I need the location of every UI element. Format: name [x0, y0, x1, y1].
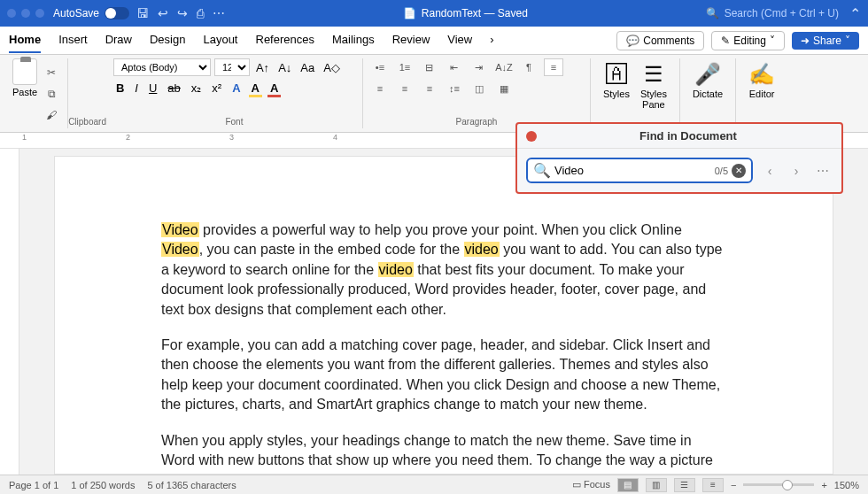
title-bar: AutoSave 🖫 ↩ ↪ ⎙ ⋯ 📄 RandomText — Saved … — [0, 0, 868, 27]
find-input[interactable] — [551, 162, 715, 179]
grow-font-icon[interactable]: A↑ — [253, 59, 272, 76]
find-next-button[interactable]: › — [787, 161, 806, 181]
outline-view-icon[interactable]: ☰ — [674, 478, 695, 492]
text-effects-button[interactable]: A — [229, 80, 243, 96]
zoom-out-button[interactable]: − — [731, 480, 736, 490]
superscript-button[interactable]: x² — [209, 80, 224, 96]
undo-icon[interactable]: ↩ — [158, 6, 168, 20]
align-right-icon[interactable]: ≡ — [395, 80, 415, 97]
paragraph-1[interactable]: Video provides a powerful way to help yo… — [161, 220, 726, 320]
multilevel-icon[interactable]: ⊟ — [420, 58, 439, 76]
status-chars[interactable]: 5 of 1365 characters — [147, 480, 236, 490]
clear-format-icon[interactable]: A◇ — [321, 59, 343, 76]
format-painter-icon[interactable]: 🖌 — [43, 106, 60, 124]
tab-references[interactable]: References — [256, 27, 314, 53]
borders-icon[interactable]: ▦ — [494, 80, 514, 97]
zoom-slider[interactable] — [743, 483, 814, 486]
font-name-select[interactable]: Aptos (Body) — [113, 58, 211, 76]
editor-icon: ✍ — [748, 62, 775, 87]
highlight-button[interactable]: A — [249, 80, 262, 96]
find-prev-button[interactable]: ‹ — [760, 161, 779, 181]
search-field[interactable]: 🔍 Search (Cmd + Ctrl + U) — [706, 7, 839, 19]
quick-access-toolbar: 🖫 ↩ ↪ ⎙ ⋯ — [136, 6, 225, 20]
autosave-toggle[interactable]: AutoSave — [53, 7, 129, 19]
word-icon: 📄 — [403, 7, 416, 19]
document-page[interactable]: Video provides a powerful way to help yo… — [54, 156, 833, 475]
print-layout-view-icon[interactable]: ▤ — [617, 478, 639, 492]
save-icon[interactable]: 🖫 — [136, 6, 149, 20]
styles-button[interactable]: 🄰 Styles — [598, 58, 635, 128]
clear-icon[interactable]: ✕ — [732, 164, 746, 178]
document-title: 📄 RandomText — Saved — [225, 7, 706, 19]
strikethrough-button[interactable]: ab — [165, 80, 182, 96]
copy-icon[interactable]: ⧉ — [43, 85, 60, 103]
status-words[interactable]: 1 of 250 words — [71, 480, 135, 490]
draft-view-icon[interactable]: ≡ — [702, 478, 724, 492]
cut-icon[interactable]: ✂ — [43, 64, 60, 81]
bullets-icon[interactable]: •≡ — [370, 58, 390, 76]
font-color-button[interactable]: A — [267, 80, 281, 96]
italic-button[interactable]: I — [132, 80, 141, 96]
status-page[interactable]: Page 1 of 1 — [9, 480, 58, 490]
close-icon[interactable] — [526, 131, 537, 142]
find-options-button[interactable]: ⋯ — [813, 161, 833, 181]
decrease-indent-icon[interactable]: ⇤ — [445, 58, 464, 76]
editing-button[interactable]: ✎ Editing ˅ — [711, 31, 785, 50]
more-icon[interactable]: ⋯ — [213, 6, 225, 20]
close-icon[interactable] — [7, 9, 16, 18]
line-spacing-icon[interactable]: ↕≡ — [445, 80, 464, 97]
microphone-icon: 🎤 — [694, 62, 721, 87]
styles-pane-button[interactable]: ☰ Styles Pane — [635, 58, 672, 128]
align-left-icon[interactable]: ≡ — [544, 58, 563, 76]
dictate-button[interactable]: 🎤 Dictate — [687, 58, 728, 103]
tab-draw[interactable]: Draw — [105, 27, 132, 53]
find-input-wrapper[interactable]: 🔍 0/5 ✕ — [526, 158, 753, 183]
vertical-ruler[interactable] — [0, 149, 19, 475]
underline-button[interactable]: U — [146, 80, 159, 96]
maximize-icon[interactable] — [35, 9, 44, 18]
comments-button[interactable]: 💬 Comments — [616, 31, 704, 50]
numbering-icon[interactable]: 1≡ — [395, 58, 415, 76]
tab-design[interactable]: Design — [150, 27, 185, 53]
tab-layout[interactable]: Layout — [203, 27, 237, 53]
toggle-icon[interactable] — [105, 7, 129, 19]
subscript-button[interactable]: x₂ — [189, 80, 205, 96]
ribbon-tab-bar: Home Insert Draw Design Layout Reference… — [0, 27, 868, 55]
editor-button[interactable]: ✍ Editor — [743, 58, 780, 103]
find-in-document-panel: Find in Document 🔍 0/5 ✕ ‹ › ⋯ — [515, 122, 843, 194]
focus-button[interactable]: ▭ Focus — [572, 479, 610, 490]
search-icon: 🔍 — [533, 162, 551, 179]
tab-review[interactable]: Review — [392, 27, 430, 53]
paragraph-2[interactable]: For example, you can add a matching cove… — [161, 336, 726, 415]
tab-home[interactable]: Home — [9, 27, 41, 53]
shrink-font-icon[interactable]: A↓ — [275, 59, 294, 76]
print-icon[interactable]: ⎙ — [197, 6, 204, 20]
zoom-in-button[interactable]: + — [821, 480, 826, 490]
tab-view[interactable]: View — [447, 27, 472, 53]
group-clipboard-label: Clipboard — [68, 58, 106, 128]
web-layout-view-icon[interactable]: ▥ — [646, 478, 667, 492]
window-controls[interactable] — [7, 9, 44, 18]
tab-insert[interactable]: Insert — [58, 27, 88, 53]
share-button[interactable]: ➜ Share ˅ — [792, 32, 859, 50]
bold-button[interactable]: B — [113, 80, 127, 96]
show-marks-icon[interactable]: ¶ — [519, 58, 539, 76]
clipboard-icon — [12, 58, 37, 85]
ribbon-options-icon[interactable]: ⌃ — [849, 5, 861, 22]
justify-icon[interactable]: ≡ — [420, 80, 439, 97]
search-icon: 🔍 — [706, 7, 719, 19]
tab-mailings[interactable]: Mailings — [332, 27, 375, 53]
paragraph-3[interactable]: When you apply styles, your headings cha… — [161, 431, 726, 475]
shading-icon[interactable]: ◫ — [469, 80, 489, 97]
tab-more[interactable]: › — [490, 27, 493, 53]
status-bar: Page 1 of 1 1 of 250 words 5 of 1365 cha… — [0, 475, 868, 494]
increase-indent-icon[interactable]: ⇥ — [469, 58, 489, 76]
font-size-select[interactable]: 12 — [214, 58, 250, 76]
paste-button[interactable]: Paste — [12, 58, 37, 128]
sort-icon[interactable]: A↓Z — [494, 58, 514, 76]
align-center-icon[interactable]: ≡ — [370, 80, 390, 97]
zoom-level[interactable]: 150% — [834, 480, 859, 490]
change-case-icon[interactable]: Aa — [298, 59, 317, 76]
minimize-icon[interactable] — [21, 9, 30, 18]
redo-icon[interactable]: ↪ — [177, 6, 188, 20]
